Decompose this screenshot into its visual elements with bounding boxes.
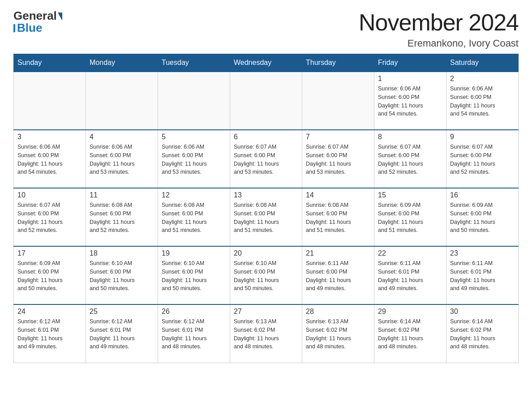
header-saturday: Saturday (446, 54, 519, 72)
day-number: 5 (162, 133, 226, 141)
table-row: 28Sunrise: 6:13 AMSunset: 6:02 PMDayligh… (302, 304, 374, 363)
day-info: Sunrise: 6:07 AMSunset: 6:00 PMDaylight:… (234, 143, 298, 176)
table-row: 21Sunrise: 6:11 AMSunset: 6:00 PMDayligh… (302, 246, 374, 304)
day-number: 21 (306, 249, 370, 257)
table-row: 17Sunrise: 6:09 AMSunset: 6:00 PMDayligh… (14, 246, 86, 304)
day-number: 23 (450, 249, 515, 257)
day-info: Sunrise: 6:07 AMSunset: 6:00 PMDaylight:… (378, 143, 442, 176)
logo-blue-bar (13, 24, 15, 32)
day-info: Sunrise: 6:06 AMSunset: 6:00 PMDaylight:… (378, 85, 442, 118)
table-row: 29Sunrise: 6:14 AMSunset: 6:02 PMDayligh… (374, 304, 446, 363)
day-info: Sunrise: 6:13 AMSunset: 6:02 PMDaylight:… (306, 317, 370, 351)
table-row: 27Sunrise: 6:13 AMSunset: 6:02 PMDayligh… (230, 304, 302, 363)
day-info: Sunrise: 6:07 AMSunset: 6:00 PMDaylight:… (17, 201, 82, 235)
table-row: 20Sunrise: 6:10 AMSunset: 6:00 PMDayligh… (230, 246, 302, 304)
week-row-2: 3Sunrise: 6:06 AMSunset: 6:00 PMDaylight… (14, 130, 519, 188)
day-info: Sunrise: 6:11 AMSunset: 6:01 PMDaylight:… (450, 259, 515, 293)
title-section: November 2024 Eremankono, Ivory Coast (359, 9, 519, 49)
table-row: 5Sunrise: 6:06 AMSunset: 6:00 PMDaylight… (158, 130, 230, 188)
header-tuesday: Tuesday (158, 54, 230, 72)
day-number: 16 (450, 191, 515, 199)
day-number: 19 (162, 249, 226, 257)
day-number: 12 (162, 191, 226, 199)
header-friday: Friday (374, 54, 446, 72)
day-number: 3 (17, 133, 82, 141)
day-number: 20 (234, 249, 298, 257)
table-row: 10Sunrise: 6:07 AMSunset: 6:00 PMDayligh… (14, 188, 86, 246)
calendar-table: Sunday Monday Tuesday Wednesday Thursday… (13, 54, 519, 363)
day-number: 25 (90, 308, 154, 316)
table-row: 9Sunrise: 6:07 AMSunset: 6:00 PMDaylight… (446, 130, 519, 188)
table-row (14, 72, 86, 130)
day-info: Sunrise: 6:12 AMSunset: 6:01 PMDaylight:… (90, 317, 154, 351)
day-info: Sunrise: 6:10 AMSunset: 6:00 PMDaylight:… (162, 259, 226, 293)
day-info: Sunrise: 6:08 AMSunset: 6:00 PMDaylight:… (234, 201, 298, 235)
week-row-1: 1Sunrise: 6:06 AMSunset: 6:00 PMDaylight… (14, 72, 519, 130)
table-row: 15Sunrise: 6:09 AMSunset: 6:00 PMDayligh… (374, 188, 446, 246)
table-row: 16Sunrise: 6:09 AMSunset: 6:00 PMDayligh… (446, 188, 519, 246)
table-row: 6Sunrise: 6:07 AMSunset: 6:00 PMDaylight… (230, 130, 302, 188)
day-info: Sunrise: 6:08 AMSunset: 6:00 PMDaylight:… (162, 201, 226, 235)
week-row-5: 24Sunrise: 6:12 AMSunset: 6:01 PMDayligh… (14, 304, 519, 363)
week-row-3: 10Sunrise: 6:07 AMSunset: 6:00 PMDayligh… (14, 188, 519, 246)
header-monday: Monday (86, 54, 158, 72)
table-row: 18Sunrise: 6:10 AMSunset: 6:00 PMDayligh… (86, 246, 158, 304)
table-row: 26Sunrise: 6:12 AMSunset: 6:01 PMDayligh… (158, 304, 230, 363)
table-row (86, 72, 158, 130)
table-row (230, 72, 302, 130)
day-info: Sunrise: 6:14 AMSunset: 6:02 PMDaylight:… (450, 317, 515, 351)
day-number: 4 (90, 133, 154, 141)
header-wednesday: Wednesday (230, 54, 302, 72)
day-number: 17 (17, 249, 82, 257)
day-number: 22 (378, 249, 442, 257)
day-number: 11 (90, 191, 154, 199)
table-row: 11Sunrise: 6:08 AMSunset: 6:00 PMDayligh… (86, 188, 158, 246)
table-row (158, 72, 230, 130)
day-info: Sunrise: 6:06 AMSunset: 6:00 PMDaylight:… (90, 143, 154, 176)
table-row: 7Sunrise: 6:07 AMSunset: 6:00 PMDaylight… (302, 130, 374, 188)
logo-line2: Blue (13, 21, 42, 35)
table-row: 4Sunrise: 6:06 AMSunset: 6:00 PMDaylight… (86, 130, 158, 188)
table-row: 1Sunrise: 6:06 AMSunset: 6:00 PMDaylight… (374, 72, 446, 130)
table-row: 12Sunrise: 6:08 AMSunset: 6:00 PMDayligh… (158, 188, 230, 246)
logo: General Blue (13, 9, 62, 35)
table-row (302, 72, 374, 130)
day-number: 24 (17, 308, 82, 316)
day-number: 26 (162, 308, 226, 316)
day-number: 6 (234, 133, 298, 141)
table-row: 30Sunrise: 6:14 AMSunset: 6:02 PMDayligh… (446, 304, 519, 363)
day-number: 1 (378, 75, 442, 83)
day-info: Sunrise: 6:10 AMSunset: 6:00 PMDaylight:… (234, 259, 298, 293)
day-number: 13 (234, 191, 298, 199)
table-row: 8Sunrise: 6:07 AMSunset: 6:00 PMDaylight… (374, 130, 446, 188)
logo-arrow-icon (58, 13, 62, 21)
day-info: Sunrise: 6:12 AMSunset: 6:01 PMDaylight:… (162, 317, 226, 351)
table-row: 3Sunrise: 6:06 AMSunset: 6:00 PMDaylight… (14, 130, 86, 188)
day-info: Sunrise: 6:14 AMSunset: 6:02 PMDaylight:… (378, 317, 442, 351)
table-row: 19Sunrise: 6:10 AMSunset: 6:00 PMDayligh… (158, 246, 230, 304)
day-number: 2 (450, 75, 515, 83)
logo-blue-word: Blue (17, 21, 42, 35)
day-number: 14 (306, 191, 370, 199)
day-info: Sunrise: 6:07 AMSunset: 6:00 PMDaylight:… (450, 143, 515, 176)
table-row: 22Sunrise: 6:11 AMSunset: 6:01 PMDayligh… (374, 246, 446, 304)
table-row: 14Sunrise: 6:08 AMSunset: 6:00 PMDayligh… (302, 188, 374, 246)
day-info: Sunrise: 6:13 AMSunset: 6:02 PMDaylight:… (234, 317, 298, 351)
day-info: Sunrise: 6:09 AMSunset: 6:00 PMDaylight:… (450, 201, 515, 235)
day-info: Sunrise: 6:11 AMSunset: 6:00 PMDaylight:… (306, 259, 370, 293)
day-number: 29 (378, 308, 442, 316)
day-number: 30 (450, 308, 515, 316)
page-header: General Blue November 2024 Eremankono, I… (13, 9, 519, 49)
day-info: Sunrise: 6:07 AMSunset: 6:00 PMDaylight:… (306, 143, 370, 176)
day-info: Sunrise: 6:10 AMSunset: 6:00 PMDaylight:… (90, 259, 154, 293)
day-number: 7 (306, 133, 370, 141)
table-row: 24Sunrise: 6:12 AMSunset: 6:01 PMDayligh… (14, 304, 86, 363)
day-number: 10 (17, 191, 82, 199)
day-number: 18 (90, 249, 154, 257)
table-row: 13Sunrise: 6:08 AMSunset: 6:00 PMDayligh… (230, 188, 302, 246)
table-row: 23Sunrise: 6:11 AMSunset: 6:01 PMDayligh… (446, 246, 519, 304)
day-info: Sunrise: 6:09 AMSunset: 6:00 PMDaylight:… (378, 201, 442, 235)
day-number: 27 (234, 308, 298, 316)
table-row: 2Sunrise: 6:06 AMSunset: 6:00 PMDaylight… (446, 72, 519, 130)
header-thursday: Thursday (302, 54, 374, 72)
